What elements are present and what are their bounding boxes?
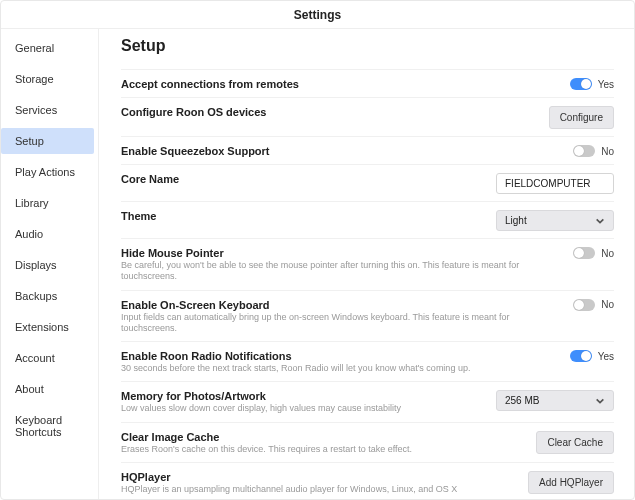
setting-label-core-name: Core Name	[121, 173, 486, 185]
setting-desc-hqplayer: HQPlayer is an upsampling multichannel a…	[121, 484, 518, 495]
sidebar-item-library[interactable]: Library	[1, 190, 94, 216]
setting-label-hide-pointer: Hide Mouse Pointer	[121, 247, 563, 259]
setting-label-accept-remotes: Accept connections from remotes	[121, 78, 560, 90]
sidebar-item-keyboard-shortcuts[interactable]: Keyboard Shortcuts	[1, 407, 94, 445]
main-panel: Setup Accept connections from remotes Ye…	[99, 29, 634, 500]
configure-roon-os-button[interactable]: Configure	[549, 106, 614, 129]
roon-radio-notif-toggle[interactable]: Yes	[570, 350, 614, 362]
sidebar-item-extensions[interactable]: Extensions	[1, 314, 94, 340]
setting-label-squeezebox: Enable Squeezebox Support	[121, 145, 563, 157]
page-title: Setup	[121, 37, 614, 55]
setting-label-osk: Enable On-Screen Keyboard	[121, 299, 563, 311]
setting-desc-hide-pointer: Be careful, you won't be able to see the…	[121, 260, 563, 283]
memory-select[interactable]: 256 MB	[496, 390, 614, 411]
clear-cache-button[interactable]: Clear Cache	[536, 431, 614, 454]
accept-remotes-toggle[interactable]: Yes	[570, 78, 614, 90]
sidebar-item-general[interactable]: General	[1, 35, 94, 61]
chevron-down-icon	[595, 216, 605, 226]
osk-toggle-label: No	[601, 299, 614, 310]
osk-toggle[interactable]: No	[573, 299, 614, 311]
theme-select-value: Light	[505, 215, 527, 226]
memory-select-value: 256 MB	[505, 395, 539, 406]
sidebar-item-setup[interactable]: Setup	[1, 128, 94, 154]
sidebar-item-backups[interactable]: Backups	[1, 283, 94, 309]
setting-label-theme: Theme	[121, 210, 486, 222]
setting-label-configure-roon-os: Configure Roon OS devices	[121, 106, 539, 118]
sidebar-item-about[interactable]: About	[1, 376, 94, 402]
window-title: Settings	[1, 1, 634, 29]
sidebar: General Storage Services Setup Play Acti…	[1, 29, 99, 500]
hide-pointer-toggle-label: No	[601, 248, 614, 259]
setting-label-roon-radio-notif: Enable Roon Radio Notifications	[121, 350, 560, 362]
sidebar-item-storage[interactable]: Storage	[1, 66, 94, 92]
squeezebox-toggle-label: No	[601, 146, 614, 157]
setting-label-clear-cache: Clear Image Cache	[121, 431, 526, 443]
sidebar-item-play-actions[interactable]: Play Actions	[1, 159, 94, 185]
accept-remotes-toggle-label: Yes	[598, 79, 614, 90]
setting-label-memory: Memory for Photos/Artwork	[121, 390, 486, 402]
roon-radio-notif-toggle-label: Yes	[598, 351, 614, 362]
setting-desc-osk: Input fields can automatically bring up …	[121, 312, 563, 335]
add-hqplayer-button[interactable]: Add HQPlayer	[528, 471, 614, 494]
theme-select[interactable]: Light	[496, 210, 614, 231]
setting-desc-clear-cache: Erases Roon's cache on this device. This…	[121, 444, 526, 455]
sidebar-item-account[interactable]: Account	[1, 345, 94, 371]
setting-desc-memory: Low values slow down cover display, high…	[121, 403, 486, 414]
sidebar-item-displays[interactable]: Displays	[1, 252, 94, 278]
core-name-input[interactable]	[496, 173, 614, 194]
chevron-down-icon	[595, 396, 605, 406]
sidebar-item-services[interactable]: Services	[1, 97, 94, 123]
sidebar-item-audio[interactable]: Audio	[1, 221, 94, 247]
setting-desc-roon-radio-notif: 30 seconds before the next track starts,…	[121, 363, 560, 374]
hide-pointer-toggle[interactable]: No	[573, 247, 614, 259]
setting-label-hqplayer: HQPlayer	[121, 471, 518, 483]
squeezebox-toggle[interactable]: No	[573, 145, 614, 157]
